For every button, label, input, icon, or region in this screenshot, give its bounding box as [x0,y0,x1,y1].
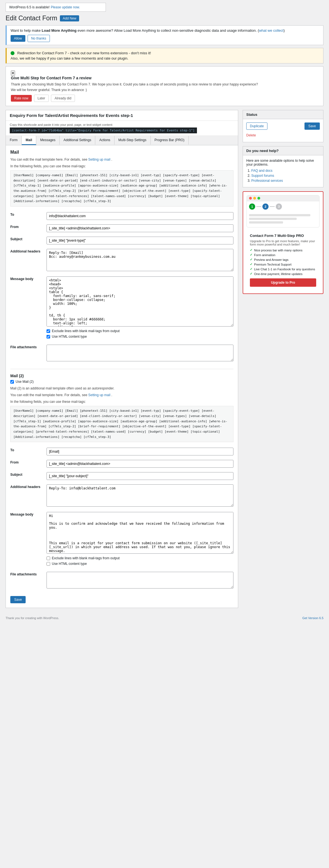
promo-content: Contact Form 7 Multi-Step PRO Upgrade to… [246,230,320,290]
from-label: From [10,222,47,235]
mail-file-attachments-textarea[interactable] [47,345,234,361]
setting-up-mail-link[interactable]: Setting up mail [88,158,110,161]
professional-link[interactable]: Professional services [251,179,283,183]
no-thanks-button[interactable]: No thanks [28,35,50,42]
redirect-line1: Redirection for Contact Form 7 - check o… [17,51,151,55]
status-box-title: Status [243,110,323,119]
tab-additional-settings[interactable]: Additional Settings [60,136,95,145]
save-bottom-button[interactable]: Save [10,596,26,603]
mail2-from-input[interactable] [47,460,234,468]
use-mail2-checkbox[interactable] [10,380,14,383]
use-html-checkbox[interactable] [47,335,50,339]
review-p1: Thank you for choosing Multi Step for Co… [11,83,318,86]
mail2-use-html-checkbox[interactable] [47,562,50,566]
mail2-tags-block: [UserName1] [company-name1] [Email] [pho… [10,406,234,442]
shortcode-box: Copy this shortcode and paste it into yo… [6,121,238,136]
mail2-setting-up-mail-link[interactable]: Setting up mail [88,393,110,397]
form-title-bar: Enquiry Form for Talent/Artist Requireme… [6,110,238,121]
help-item-3[interactable]: Professional services [251,179,320,183]
mail-tags-intro: In the following fields, you can use the… [10,164,234,169]
bottom-save-area: Save [10,596,234,603]
mail2-use-html-label[interactable]: Use HTML content type [47,562,234,566]
mail2-message-body-label: Message body [10,510,47,569]
footer-bar: Thank you for creating with WordPress. G… [0,614,329,622]
later-button[interactable]: Later [34,95,49,102]
page-title-area: Edit Contact Form Add New [6,14,323,22]
step-connector-2 [270,206,275,207]
mail2-title-area: Mail (2) [10,374,234,378]
promo-feature-1: ✓Nice process bar with many options [250,248,316,252]
tab-multistep[interactable]: Multi-Step Settings [115,136,151,145]
mail2-message-body-textarea[interactable]: Hi This is to confirm and acknowledge th… [47,512,234,554]
tab-form[interactable]: Form [6,136,22,145]
faq-link[interactable]: FAQ and docs [251,169,272,173]
upgrade-button[interactable]: Upgrade to Pro [250,278,316,287]
additional-headers-label: Additional headers [10,247,47,274]
mail2-desc1: Mail (2) is an additional mail template … [10,386,234,391]
mail2-to-input[interactable] [47,447,234,456]
what-we-collect-link[interactable]: what we collect [259,28,283,33]
help-box-title: Do you need help? [243,147,323,155]
already-did-button[interactable]: Already did [51,95,75,102]
file-attachments-label: File attachments [10,342,47,364]
review-title: Give Multi Step for Contact Form 7 a rev… [11,76,318,80]
check-icon-2: ✓ [250,253,252,257]
mail2-form-table: To From Subject Additional headers [10,445,234,592]
traffic-light-yellow [253,197,256,199]
mail-additional-headers-textarea[interactable]: Reply-To: [Email] Bcc: audrey@rankmybusi… [47,249,234,271]
add-new-button[interactable]: Add New [60,15,79,22]
form-edit-box: Enquiry Form for Talent/Artist Requireme… [6,110,238,608]
form-edit-title: Enquiry Form for Talent/Artist Requireme… [10,113,234,118]
main-left: Enquiry Form for Talent/Artist Requireme… [6,110,238,608]
wp-update-link[interactable]: Please update now. [51,5,80,9]
tab-actions[interactable]: Actions [95,136,114,145]
review-notice: ✕ Give Multi Step for Contact Form 7 a r… [6,66,323,106]
exclude-blank-label[interactable]: Exclude lines with blank mail-tags from … [47,329,234,333]
mail-message-body-textarea[interactable]: <html> <head> <style> table { font-famil… [47,276,234,327]
promo-feature-5: ✓Live Chat 1-1 on Facebook for any quest… [250,267,316,271]
review-close-button[interactable]: ✕ [11,70,15,76]
tab-progress-bar[interactable]: Progress Bar (PRO) [151,136,188,145]
use-mail2-label[interactable]: Use Mail (2) [10,380,234,383]
forums-link[interactable]: Support forums [251,174,274,178]
mail-from-input[interactable] [47,224,234,232]
green-icon [10,51,14,55]
step-2: 2 [262,204,269,210]
tab-mail[interactable]: Mail [22,136,36,145]
mail2-title: Mail (2) [10,374,24,378]
mail-to-input[interactable] [47,212,234,220]
mail2-file-attachments-textarea[interactable] [47,572,234,589]
mail-title: Mail [10,150,234,155]
help-item-2[interactable]: Support forums [251,174,320,178]
get-version-link[interactable]: Get Version 6.5 [302,616,323,620]
step-indicator: 1 2 3 [247,201,319,212]
mail2-additional-headers-textarea[interactable]: Reply-To: info@blackhattalent.com [47,485,234,507]
promo-feature-6: ✓One-time payment, lifetime updates [250,272,316,276]
mail2-subject-input[interactable] [47,472,234,480]
mail-form-table: To From Subject Additional headers [10,210,234,364]
rate-now-button[interactable]: Rate now [11,95,32,102]
help-list: FAQ and docs Support forums Professional… [246,169,320,183]
delete-button[interactable]: Delete [246,132,256,138]
step-connector-1 [256,206,261,207]
check-icon-3: ✓ [250,258,252,261]
mail2-exclude-blank-label[interactable]: Exclude lines with blank mail-tags from … [47,556,234,560]
to-label: To [10,210,47,222]
mail2-exclude-blank-checkbox[interactable] [47,557,50,560]
save-button[interactable]: Save [304,123,320,130]
mail2-tags-intro: In the following fields, you can use the… [10,399,234,404]
form-line-1 [249,214,310,216]
page-title: Edit Contact Form [6,14,57,22]
exclude-blank-checkbox[interactable] [47,329,50,333]
form-line-3 [249,221,283,223]
duplicate-button[interactable]: Duplicate [246,123,267,130]
promo-feature-3: ✓Preview and Answer tags [250,258,316,261]
allow-button[interactable]: Allow [10,35,25,42]
review-p2: We will be forever grateful. Thank you i… [11,88,318,92]
wp-update-bar: WordPress 6.5 is available! Please updat… [6,3,106,12]
tab-messages[interactable]: Messages [36,136,60,145]
mail-subject-input[interactable] [47,237,234,244]
shortcode-code[interactable]: [contact-form-7 id="71d64ba" title="Enqu… [10,127,197,133]
help-item-1[interactable]: FAQ and docs [251,169,320,173]
use-html-label[interactable]: Use HTML content type [47,335,234,339]
